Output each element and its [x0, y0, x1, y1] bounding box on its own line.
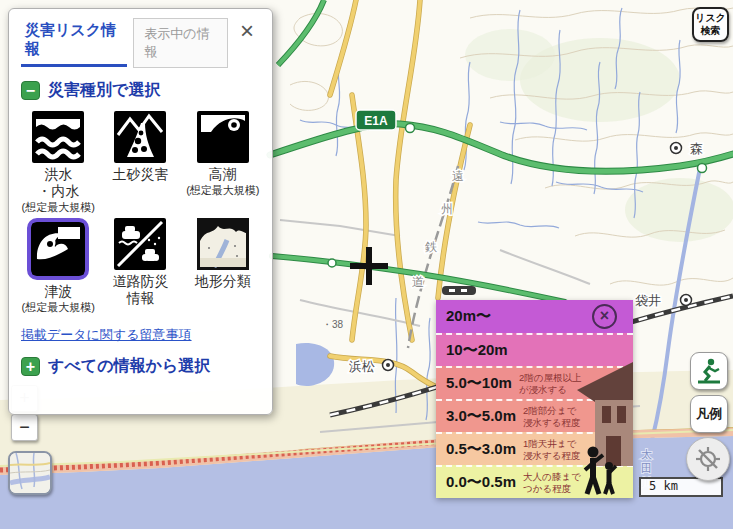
depth-label: 5.0〜10m: [446, 374, 512, 393]
landform-icon: [197, 218, 249, 270]
tab-disaster-risk-info[interactable]: 災害リスク情報: [21, 17, 127, 67]
svg-text:田: 田: [641, 462, 652, 474]
hazard-flood[interactable]: 洪水 ・内水 (想定最大規模): [21, 111, 95, 214]
section-select-by-type[interactable]: − 災害種別で選択: [21, 80, 260, 101]
depth-desc: 2階部分まで: [523, 405, 576, 416]
data-notes-link[interactable]: 掲載データに関する留意事項: [21, 326, 192, 344]
hazard-label-line2: ・内水: [21, 183, 95, 200]
elevation-label: ・38: [322, 319, 344, 330]
hazard-storm-surge[interactable]: 高潮 (想定最大規模): [186, 111, 260, 214]
minimap-thumbnail: [10, 453, 50, 493]
svg-text:E1A: E1A: [364, 114, 388, 128]
legend-row: 0.0〜0.5m 大人の膝までつかる程度: [436, 465, 633, 498]
legend-row: 10〜20m: [436, 333, 633, 366]
hazard-sublabel: (想定最大規模): [21, 300, 95, 314]
town-label-mori: 森: [690, 141, 703, 156]
svg-text:道: 道: [412, 275, 424, 289]
hazard-panel: 災害リスク情報 表示中の情報 × − 災害種別で選択 洪: [8, 8, 273, 415]
depth-desc: 大人の膝まで: [523, 471, 581, 482]
collapse-minus-icon[interactable]: −: [21, 81, 40, 100]
geolocation-button[interactable]: [686, 437, 730, 481]
tab-displayed-info[interactable]: 表示中の情報: [133, 18, 228, 68]
panel-tabs: 災害リスク情報 表示中の情報 ×: [21, 17, 260, 68]
storm-surge-icon: [197, 111, 249, 163]
app-window: E1A 森 袋井 浜松 遠 州 鉄 道 太 田: [0, 0, 733, 529]
hazard-label: 洪水: [21, 166, 95, 183]
tsunami-selected-border: [27, 218, 89, 280]
hazard-label-line2: 情報: [103, 290, 177, 307]
depth-desc: 1階天井まで: [523, 438, 576, 449]
town-label-hamamatsu: 浜松: [349, 359, 375, 374]
hazard-label: 土砂災害: [103, 166, 177, 183]
legend-row: 5.0〜10m 2階の屋根以上が浸水する: [436, 366, 633, 399]
hazard-label: 地形分類: [186, 273, 260, 290]
legend-row: 3.0〜5.0m 2階部分まで浸水する程度: [436, 399, 633, 432]
hazard-landform[interactable]: 地形分類: [186, 218, 260, 314]
road-disaster-icon: [114, 218, 166, 270]
hazard-label: 高潮: [186, 166, 260, 183]
depth-label: 20m〜: [446, 307, 491, 326]
hazard-sublabel: (想定最大規模): [186, 183, 260, 197]
depth-label: 10〜20m: [446, 341, 508, 360]
depth-label: 0.5〜3.0m: [446, 440, 516, 459]
tsunami-depth-legend: 20m〜 × 10〜20m 5.0〜10m 2階の屋根以上が浸水する 3.0〜5…: [436, 300, 633, 498]
hazard-road-disaster[interactable]: 道路防災 情報: [103, 218, 177, 314]
hazard-landslide[interactable]: 土砂災害: [103, 111, 177, 214]
section-title: 災害種別で選択: [48, 80, 160, 101]
hazard-type-grid: 洪水 ・内水 (想定最大規模): [21, 111, 260, 314]
hazard-label: 道路防災: [103, 273, 177, 290]
expressway-badge: E1A: [356, 110, 396, 130]
minimap-button[interactable]: [8, 451, 52, 495]
landslide-icon: [114, 111, 166, 163]
legend-row: 20m〜 ×: [436, 300, 633, 333]
legend-button[interactable]: 凡例: [690, 395, 728, 433]
evacuation-person-icon: [695, 357, 723, 385]
depth-label: 3.0〜5.0m: [446, 407, 516, 426]
hazard-label: 津波: [21, 283, 95, 300]
svg-text:州: 州: [441, 202, 453, 216]
tsunami-icon: [32, 223, 84, 275]
evacuation-site-button[interactable]: [690, 352, 728, 390]
section-all-info[interactable]: + すべての情報から選択: [21, 356, 260, 377]
section-title: すべての情報から選択: [48, 356, 210, 377]
svg-text:太: 太: [641, 448, 652, 460]
town-label-fukuroi: 袋井: [635, 293, 661, 308]
depth-desc: 2階の屋根以上: [519, 372, 582, 383]
svg-text:鉄: 鉄: [425, 240, 437, 254]
expand-plus-icon[interactable]: +: [21, 357, 40, 376]
hazard-sublabel: (想定最大規模): [21, 200, 95, 214]
flood-icon: [32, 111, 84, 163]
depth-label: 0.0〜0.5m: [446, 473, 516, 492]
legend-row: 0.5〜3.0m 1階天井まで浸水する程度: [436, 432, 633, 465]
hazard-tsunami[interactable]: 津波 (想定最大規模): [21, 218, 95, 314]
risk-search-button[interactable]: リスク 検索: [692, 7, 729, 42]
svg-text:遠: 遠: [452, 169, 464, 183]
zoom-out-button[interactable]: −: [11, 414, 38, 441]
panel-close-icon[interactable]: ×: [234, 17, 260, 45]
legend-close-icon[interactable]: ×: [592, 304, 617, 329]
geolocation-disabled-icon: [695, 446, 721, 472]
